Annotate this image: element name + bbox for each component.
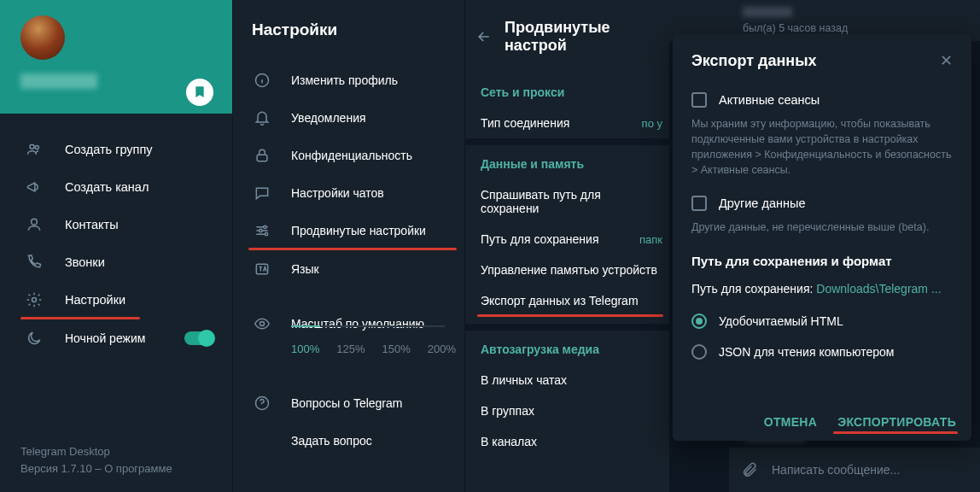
svg-point-1 <box>35 145 38 149</box>
night-mode-toggle[interactable] <box>184 331 213 345</box>
adv-item-label: Управление памятью устройств <box>481 263 657 277</box>
info-icon <box>254 72 271 89</box>
adv-item-label: Спрашивать путь для сохранени <box>481 188 662 215</box>
modal-buttons: ОТМЕНА ЭКСПОРТИРОВАТЬ <box>764 415 956 429</box>
adv-item-label: Тип соединения <box>481 116 569 130</box>
app-version[interactable]: Версия 1.7.10 – О программе <box>20 460 172 477</box>
zoom-slider[interactable] <box>291 325 445 327</box>
eye-icon <box>254 315 271 332</box>
sidebar-item-label: Звонки <box>65 255 105 269</box>
cancel-button[interactable]: ОТМЕНА <box>764 415 817 429</box>
settings-item-label: Изменить профиль <box>291 73 398 87</box>
sidebar-item-night-mode[interactable]: Ночной режим <box>0 319 232 357</box>
advanced-item-media-private[interactable]: В личных чатах <box>465 365 669 395</box>
advanced-item-connection-type[interactable]: Тип соединения по у <box>465 108 669 138</box>
arrow-left-icon <box>475 28 493 45</box>
zoom-level[interactable]: 200% <box>428 343 456 355</box>
export-path-section: Путь для сохранения и формат <box>691 245 953 277</box>
sidebar-item-label: Настройки <box>65 293 125 307</box>
modal-body: Активные сеансы Мы храним эту информацию… <box>673 82 971 367</box>
avatar[interactable] <box>20 15 65 60</box>
settings-item-label: Вопросы о Telegram <box>291 396 402 410</box>
adv-item-value: папк <box>639 233 662 246</box>
lock-icon <box>254 147 271 164</box>
settings-title: Настройки <box>233 0 464 62</box>
sliders-icon <box>254 222 271 239</box>
advanced-item-ask-path[interactable]: Спрашивать путь для сохранени <box>465 179 669 224</box>
app-name: Telegram Desktop <box>20 443 172 460</box>
settings-item-label: Задать вопрос <box>291 434 372 448</box>
sidebar-item-contacts[interactable]: Контакты <box>0 206 232 243</box>
advanced-item-media-groups[interactable]: В группах <box>465 395 669 426</box>
svg-point-6 <box>264 226 266 228</box>
advanced-title: Продвинутые настрой <box>505 19 669 55</box>
compose-placeholder[interactable]: Написать сообщение... <box>772 463 900 477</box>
sidebar-item-calls[interactable]: Звонки <box>0 243 232 281</box>
zoom-level[interactable]: 100% <box>291 343 319 355</box>
attach-button[interactable] <box>741 461 758 478</box>
help-icon <box>254 395 271 412</box>
sidebar-item-new-channel[interactable]: Создать канал <box>0 168 232 206</box>
settings-item-language[interactable]: Язык <box>233 250 464 288</box>
profile-name-blurred <box>20 73 97 89</box>
checkbox-active-sessions[interactable]: Активные сеансы <box>691 85 953 114</box>
phone-icon <box>26 254 44 271</box>
back-button[interactable] <box>475 28 493 45</box>
export-button[interactable]: ЭКСПОРТИРОВАТЬ <box>837 415 956 429</box>
checkbox-label: Другие данные <box>719 196 805 210</box>
saved-messages-button[interactable] <box>186 79 213 106</box>
settings-item-label: Конфиденциальность <box>291 149 412 162</box>
advanced-panel: Продвинутые настрой Сеть и прокси Тип со… <box>464 0 669 492</box>
adv-item-label: В каналах <box>481 435 537 448</box>
radio-label: JSON для чтения компьютером <box>719 345 894 359</box>
checkbox-icon <box>691 92 707 108</box>
advanced-item-save-path[interactable]: Путь для сохранения папк <box>465 224 669 255</box>
zoom-label: Масштаб по умолчанию <box>291 317 424 331</box>
settings-item-label: Продвинутые настройки <box>291 224 426 237</box>
sidebar-item-label: Ночной режим <box>65 331 145 345</box>
close-button[interactable]: ✕ <box>940 51 953 70</box>
export-path-row[interactable]: Путь для сохранения: Downloads\Telegram … <box>691 277 953 306</box>
settings-item-edit-profile[interactable]: Изменить профиль <box>233 62 464 99</box>
compose-bar: Написать сообщение... <box>729 448 980 492</box>
checkbox-description: Мы храним эту информацию, чтобы показыва… <box>691 114 953 189</box>
advanced-item-export[interactable]: Экспорт данных из Telegram <box>465 285 669 316</box>
highlight-underline <box>477 314 663 317</box>
advanced-item-media-channels[interactable]: В каналах <box>465 426 669 457</box>
settings-item-zoom[interactable]: Масштаб по умолчанию <box>254 305 464 343</box>
settings-item-ask[interactable]: Задать вопрос <box>233 422 464 460</box>
svg-point-10 <box>260 322 265 326</box>
sidebar-menu: Создать группу Создать канал Контакты Зв… <box>0 114 232 357</box>
advanced-item-memory[interactable]: Управление памятью устройств <box>465 255 669 285</box>
settings-item-label: Уведомления <box>291 111 366 125</box>
svg-rect-5 <box>257 155 267 161</box>
zoom-level[interactable]: 150% <box>382 343 411 355</box>
section-data: Данные и память <box>465 145 669 179</box>
adv-item-label: В личных чатах <box>481 373 567 387</box>
zoom-level[interactable]: 125% <box>336 343 365 355</box>
language-icon <box>254 261 271 278</box>
svg-point-3 <box>32 298 37 302</box>
sidebar-item-new-group[interactable]: Создать группу <box>0 131 232 168</box>
divider <box>465 138 669 145</box>
checkbox-label: Активные сеансы <box>719 93 820 107</box>
profile-header <box>0 0 232 114</box>
moon-icon <box>26 330 44 347</box>
settings-item-privacy[interactable]: Конфиденциальность <box>233 137 464 174</box>
sidebar-item-label: Создать канал <box>65 180 149 194</box>
svg-point-7 <box>260 229 262 231</box>
checkbox-other-data[interactable]: Другие данные <box>691 189 953 218</box>
megaphone-icon <box>26 179 44 196</box>
adv-item-label: В группах <box>481 404 534 418</box>
chat-icon <box>254 184 271 202</box>
settings-item-notifications[interactable]: Уведомления <box>233 99 464 137</box>
radio-format-html[interactable]: Удобочитаемый HTML <box>691 306 953 337</box>
settings-panel: Настройки Изменить профиль Уведомления К… <box>232 0 464 492</box>
settings-item-advanced[interactable]: Продвинутые настройки <box>233 212 464 249</box>
radio-format-json[interactable]: JSON для чтения компьютером <box>691 337 953 367</box>
adv-item-label: Экспорт данных из Telegram <box>481 294 639 308</box>
settings-item-chat-settings[interactable]: Настройки чатов <box>233 174 464 212</box>
sidebar-item-settings[interactable]: Настройки <box>0 281 232 319</box>
settings-item-faq[interactable]: Вопросы о Telegram <box>233 384 464 422</box>
app-sidebar: Создать группу Создать канал Контакты Зв… <box>0 0 232 492</box>
